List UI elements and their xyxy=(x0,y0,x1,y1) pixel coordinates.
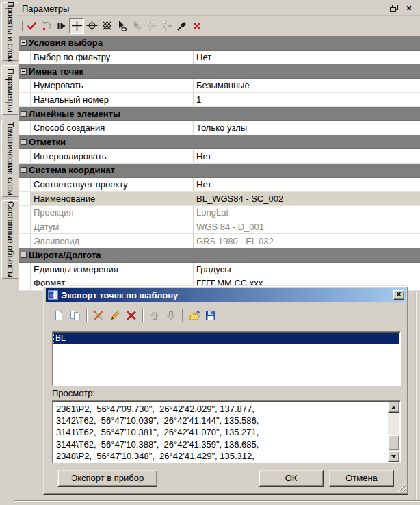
toolbar-separator xyxy=(182,309,183,322)
row-creation-method[interactable]: Способ созданияТолько узлы xyxy=(19,121,420,135)
property-label: Проекция xyxy=(34,207,73,218)
undo-icon xyxy=(39,18,54,34)
section-title: Широта/Долгота xyxy=(29,250,101,260)
template-list[interactable]: BL xyxy=(52,331,401,386)
sidebar-tab-parameters[interactable]: Параметры xyxy=(1,65,18,115)
sidebar-tabstrip: Проекты и слои Параметры Тематические сл… xyxy=(0,0,18,505)
move-up-icon xyxy=(146,308,163,323)
new-template-icon[interactable] xyxy=(51,308,67,323)
preview-label: Просмотр: xyxy=(52,388,95,398)
copy-template-icon[interactable] xyxy=(67,308,83,323)
row-gutter xyxy=(19,149,31,163)
panel-title: Параметры xyxy=(22,3,384,14)
collapse-icon[interactable] xyxy=(21,40,27,46)
cursor-select-icon[interactable] xyxy=(114,18,129,34)
section-coordinate-system[interactable]: Система координат xyxy=(19,164,420,178)
save-template-icon[interactable] xyxy=(202,308,219,323)
row-gutter xyxy=(19,276,31,290)
row-start-number[interactable]: Начальный номер1 xyxy=(19,93,420,107)
section-marks[interactable]: Отметки xyxy=(19,135,420,150)
toolbar-separator xyxy=(142,309,144,322)
sidebar-tab-composite-objects[interactable]: Составные объекты xyxy=(1,200,18,279)
panel-toolbar: T xyxy=(19,16,420,35)
template-list-item-selected[interactable]: BL xyxy=(53,333,399,344)
preview-line: 2361\P2, 56°47'09.730", 26°42'42.029", 1… xyxy=(56,403,386,415)
collapse-icon[interactable] xyxy=(21,68,27,75)
svg-text:T: T xyxy=(138,26,142,31)
section-selection-conditions[interactable]: Условия выбора xyxy=(19,36,420,51)
delete-icon[interactable] xyxy=(123,308,140,323)
collapse-icon[interactable] xyxy=(21,111,27,117)
preview-line: 3141\T62, 56°47'10.381", 26°42'41.070", … xyxy=(56,426,386,438)
cursor-text-icon: T xyxy=(129,18,144,34)
dialog-titlebar[interactable]: Тг Экспорт точек по шаблону × xyxy=(46,288,406,302)
cancel-x-icon[interactable] xyxy=(189,18,205,34)
property-value: LongLat xyxy=(196,207,228,218)
row-gutter xyxy=(19,79,31,92)
collapse-icon[interactable] xyxy=(21,167,27,173)
resize-grip[interactable] xyxy=(397,483,406,492)
property-value: Только узлы xyxy=(196,122,247,133)
scroll-up-icon[interactable] xyxy=(388,402,399,413)
export-to-device-button[interactable]: Экспорт в прибор xyxy=(57,470,157,487)
row-filter-select[interactable]: Выбор по фильтруНет xyxy=(19,51,420,65)
dialog-icon: Тг xyxy=(48,290,58,300)
section-point-names[interactable]: Имена точек xyxy=(19,64,420,79)
row-gutter xyxy=(19,206,31,220)
scrollbar-thumb[interactable] xyxy=(388,435,399,450)
row-ellipsoid: ЭллипсоидGRS 1980 - El_032 xyxy=(19,234,420,248)
crosshair-tool-icon[interactable] xyxy=(69,18,84,34)
sidebar-tab-projects-and-layers[interactable]: Проекты и слои xyxy=(1,2,18,61)
panel-right-border xyxy=(415,292,417,500)
node-add-icon xyxy=(159,18,174,34)
section-linear-elements[interactable]: Линейные элементы xyxy=(19,107,420,121)
row-interpolate[interactable]: ИнтерполироватьНет xyxy=(19,149,420,164)
open-template-icon[interactable] xyxy=(186,308,202,323)
property-label: Начальный номер xyxy=(34,94,109,105)
property-label: Выбор по фильтру xyxy=(34,52,110,62)
float-window-icon[interactable] xyxy=(389,3,399,13)
preview-line: 2348\P2, 56°47'10.348", 26°42'41.429", 1… xyxy=(56,450,386,461)
toolbar-grip[interactable] xyxy=(21,21,23,31)
row-gutter xyxy=(19,178,31,192)
capture-point-diamond-icon[interactable] xyxy=(99,18,114,34)
row-matches-project[interactable]: Соответствует проектуНет xyxy=(19,178,420,192)
dialog-toolbar xyxy=(51,307,219,324)
property-value: Нет xyxy=(196,179,211,190)
eyedropper-icon[interactable] xyxy=(174,18,189,34)
property-value: Градусы xyxy=(196,264,231,274)
row-numbering[interactable]: НумероватьБезымянные xyxy=(19,79,420,93)
section-lat-long[interactable]: Широта/Долгота xyxy=(19,248,420,263)
vertical-scrollbar[interactable] xyxy=(388,402,399,462)
edit-pencil-icon[interactable] xyxy=(107,308,123,323)
sidebar-tab-thematic-layers[interactable]: Тематические слои xyxy=(1,120,18,197)
property-value: Нет xyxy=(196,52,211,62)
go-to-last-icon[interactable] xyxy=(54,18,69,34)
row-gutter xyxy=(19,263,31,276)
property-label: Эллипсоид xyxy=(34,236,79,246)
bottom-divider xyxy=(14,500,420,502)
property-value: Безымянные xyxy=(196,80,250,90)
dialog-close-icon[interactable]: × xyxy=(393,290,404,300)
capture-point-icon[interactable] xyxy=(84,18,99,34)
export-points-dialog: Тг Экспорт точек по шаблону × xyxy=(43,285,408,495)
collapse-icon[interactable] xyxy=(21,252,27,258)
apply-check-icon[interactable] xyxy=(24,18,39,34)
section-title: Линейные элементы xyxy=(29,109,120,119)
panel-titlebar[interactable]: Параметры × xyxy=(18,1,420,16)
scroll-down-icon[interactable] xyxy=(388,451,399,462)
section-title: Условия выбора xyxy=(29,38,103,48)
collapse-icon[interactable] xyxy=(21,139,27,145)
row-cs-name[interactable]: НаименованиеBL_WGS84 - SC_002 xyxy=(19,192,420,206)
preview-box[interactable]: 2361\P2, 56°47'09.730", 26°42'42.029", 1… xyxy=(52,400,401,463)
close-icon[interactable]: × xyxy=(404,3,415,13)
property-label: Датум xyxy=(34,222,59,232)
property-label: Единицы измерения xyxy=(34,264,118,274)
cancel-button[interactable]: Отмена xyxy=(329,470,394,487)
tools-icon[interactable] xyxy=(90,308,107,323)
row-units[interactable]: Единицы измеренияГрадусы xyxy=(19,263,420,277)
preview-line: 3144\T62, 56°47'10.388", 26°42'41.359", … xyxy=(56,439,386,450)
section-title: Система координат xyxy=(29,165,115,175)
ok-button[interactable]: ОК xyxy=(259,470,324,487)
toolbar-separator xyxy=(86,309,88,322)
